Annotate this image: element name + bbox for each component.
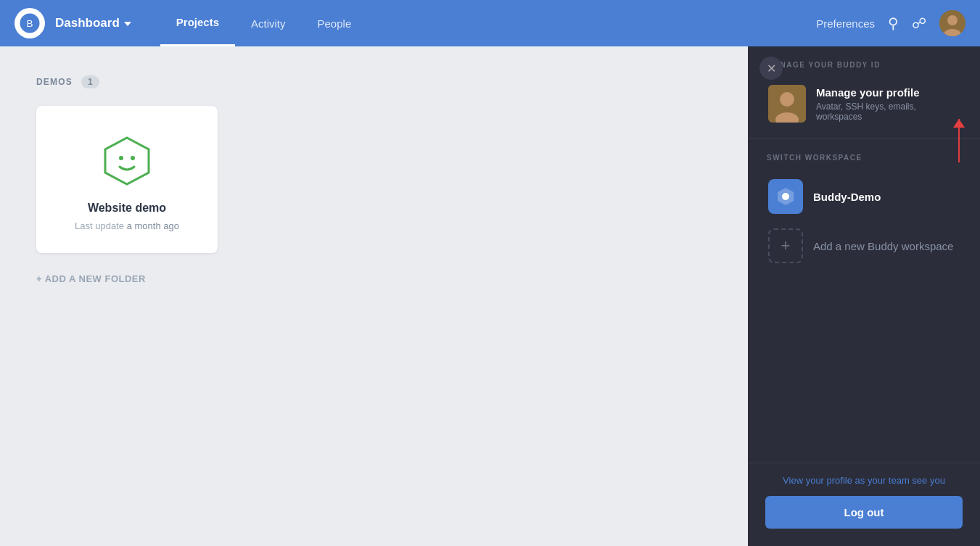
panel-footer: View your profile as your team see you L… bbox=[748, 463, 980, 546]
main-nav: Projects Activity People bbox=[160, 0, 816, 46]
add-workspace-row[interactable]: + Add a new Buddy workspace bbox=[765, 223, 963, 269]
svg-point-3 bbox=[947, 15, 958, 25]
arrow-indicator bbox=[958, 119, 960, 162]
preferences-link[interactable]: Preferences bbox=[816, 17, 875, 30]
svg-point-6 bbox=[119, 156, 123, 160]
notifications-icon[interactable]: ☍ bbox=[912, 15, 926, 32]
project-card[interactable]: Website demo Last update a month ago bbox=[36, 106, 218, 253]
manage-section-label: MANAGE YOUR BUDDY ID bbox=[765, 61, 963, 69]
workspace-name: Buddy-Demo bbox=[813, 191, 881, 203]
user-dropdown-panel: ✕ MANAGE YOUR BUDDY ID Manage your profi… bbox=[748, 46, 980, 546]
arrow-up-head-icon bbox=[953, 119, 965, 128]
svg-point-9 bbox=[780, 92, 794, 107]
add-workspace-icon: + bbox=[768, 228, 803, 263]
project-icon bbox=[101, 135, 153, 187]
nav-people[interactable]: People bbox=[302, 0, 368, 46]
nav-activity[interactable]: Activity bbox=[235, 0, 302, 46]
switch-workspace-section: SWITCH WORKSPACE Buddy-Demo + Add a new … bbox=[748, 139, 980, 463]
svg-point-12 bbox=[782, 193, 789, 200]
section-count: 1 bbox=[81, 75, 99, 88]
page-area: DEMOS 1 Website demo Last updat bbox=[0, 46, 748, 546]
profile-desc: Avatar, SSH keys, emails, workspaces bbox=[816, 102, 960, 122]
view-profile-link[interactable]: View your profile as your team see you bbox=[765, 475, 963, 486]
user-avatar[interactable] bbox=[939, 10, 965, 36]
projects-grid: Website demo Last update a month ago bbox=[36, 106, 712, 253]
add-workspace-name: Add a new Buddy workspace bbox=[813, 240, 953, 252]
workspace-buddy-demo[interactable]: Buddy-Demo bbox=[765, 173, 963, 220]
switch-workspace-label: SWITCH WORKSPACE bbox=[765, 154, 963, 162]
project-name: Website demo bbox=[88, 202, 166, 215]
manage-profile-section: MANAGE YOUR BUDDY ID Manage your profile… bbox=[748, 46, 980, 139]
workspace-icon bbox=[768, 179, 803, 214]
manage-profile-row[interactable]: Manage your profile Avatar, SSH keys, em… bbox=[765, 80, 963, 127]
svg-point-7 bbox=[131, 156, 135, 160]
svg-marker-5 bbox=[105, 138, 149, 184]
close-panel-button[interactable]: ✕ bbox=[759, 57, 783, 80]
svg-text:B: B bbox=[26, 18, 33, 29]
profile-avatar bbox=[768, 85, 806, 123]
app-logo[interactable]: B bbox=[15, 8, 45, 38]
nav-projects[interactable]: Projects bbox=[160, 0, 235, 46]
search-icon[interactable]: ⚲ bbox=[888, 15, 899, 32]
main-content: DEMOS 1 Website demo Last updat bbox=[0, 46, 980, 546]
section-header: DEMOS 1 bbox=[36, 75, 712, 88]
brand-caret-icon bbox=[124, 22, 131, 26]
profile-info: Manage your profile Avatar, SSH keys, em… bbox=[816, 86, 960, 122]
header: B Dashboard Projects Activity People Pre… bbox=[0, 0, 980, 46]
profile-name: Manage your profile bbox=[816, 86, 960, 99]
project-updated: Last update a month ago bbox=[75, 220, 179, 231]
header-right: Preferences ⚲ ☍ bbox=[816, 10, 965, 36]
dashboard-brand[interactable]: Dashboard bbox=[55, 16, 131, 30]
section-title: DEMOS bbox=[36, 77, 73, 87]
logout-button[interactable]: Log out bbox=[765, 496, 963, 529]
add-folder-button[interactable]: + ADD A NEW FOLDER bbox=[36, 273, 712, 284]
